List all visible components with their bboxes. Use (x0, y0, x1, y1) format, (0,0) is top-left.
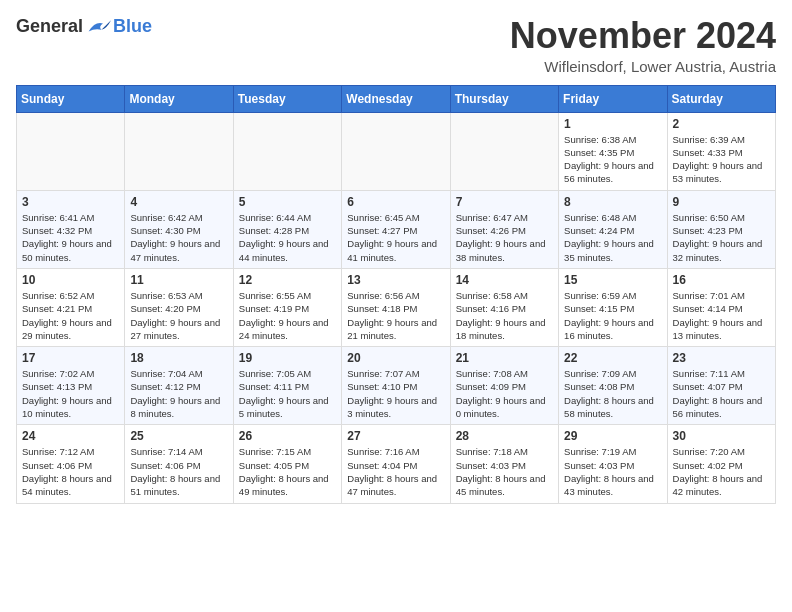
month-title: November 2024 (510, 16, 776, 56)
calendar-cell: 11Sunrise: 6:53 AMSunset: 4:20 PMDayligh… (125, 268, 233, 346)
day-number: 21 (456, 351, 553, 365)
day-number: 12 (239, 273, 336, 287)
calendar-cell: 23Sunrise: 7:11 AMSunset: 4:07 PMDayligh… (667, 347, 775, 425)
day-info: Sunrise: 6:48 AMSunset: 4:24 PMDaylight:… (564, 211, 661, 264)
day-info: Sunrise: 7:20 AMSunset: 4:02 PMDaylight:… (673, 445, 770, 498)
day-info: Sunrise: 6:53 AMSunset: 4:20 PMDaylight:… (130, 289, 227, 342)
calendar-cell: 19Sunrise: 7:05 AMSunset: 4:11 PMDayligh… (233, 347, 341, 425)
calendar-cell (450, 112, 558, 190)
day-info: Sunrise: 6:44 AMSunset: 4:28 PMDaylight:… (239, 211, 336, 264)
day-number: 14 (456, 273, 553, 287)
logo: General Blue (16, 16, 152, 37)
page-header: General Blue November 2024 Wifleinsdorf,… (16, 16, 776, 75)
day-number: 10 (22, 273, 119, 287)
weekday-header-thursday: Thursday (450, 85, 558, 112)
weekday-header-wednesday: Wednesday (342, 85, 450, 112)
calendar-cell: 25Sunrise: 7:14 AMSunset: 4:06 PMDayligh… (125, 425, 233, 503)
day-number: 18 (130, 351, 227, 365)
day-info: Sunrise: 7:07 AMSunset: 4:10 PMDaylight:… (347, 367, 444, 420)
calendar-cell: 1Sunrise: 6:38 AMSunset: 4:35 PMDaylight… (559, 112, 667, 190)
day-number: 27 (347, 429, 444, 443)
day-info: Sunrise: 6:45 AMSunset: 4:27 PMDaylight:… (347, 211, 444, 264)
calendar-cell: 7Sunrise: 6:47 AMSunset: 4:26 PMDaylight… (450, 190, 558, 268)
calendar-cell: 6Sunrise: 6:45 AMSunset: 4:27 PMDaylight… (342, 190, 450, 268)
day-number: 29 (564, 429, 661, 443)
day-info: Sunrise: 7:02 AMSunset: 4:13 PMDaylight:… (22, 367, 119, 420)
calendar-cell: 4Sunrise: 6:42 AMSunset: 4:30 PMDaylight… (125, 190, 233, 268)
day-info: Sunrise: 6:58 AMSunset: 4:16 PMDaylight:… (456, 289, 553, 342)
calendar-cell: 8Sunrise: 6:48 AMSunset: 4:24 PMDaylight… (559, 190, 667, 268)
calendar-cell: 14Sunrise: 6:58 AMSunset: 4:16 PMDayligh… (450, 268, 558, 346)
calendar-cell: 15Sunrise: 6:59 AMSunset: 4:15 PMDayligh… (559, 268, 667, 346)
calendar-cell: 3Sunrise: 6:41 AMSunset: 4:32 PMDaylight… (17, 190, 125, 268)
day-number: 1 (564, 117, 661, 131)
calendar-cell (17, 112, 125, 190)
day-number: 8 (564, 195, 661, 209)
calendar-cell: 28Sunrise: 7:18 AMSunset: 4:03 PMDayligh… (450, 425, 558, 503)
calendar-week-4: 17Sunrise: 7:02 AMSunset: 4:13 PMDayligh… (17, 347, 776, 425)
calendar-table: SundayMondayTuesdayWednesdayThursdayFrid… (16, 85, 776, 504)
day-info: Sunrise: 7:12 AMSunset: 4:06 PMDaylight:… (22, 445, 119, 498)
calendar-cell: 17Sunrise: 7:02 AMSunset: 4:13 PMDayligh… (17, 347, 125, 425)
day-info: Sunrise: 7:18 AMSunset: 4:03 PMDaylight:… (456, 445, 553, 498)
day-info: Sunrise: 7:05 AMSunset: 4:11 PMDaylight:… (239, 367, 336, 420)
logo-blue-text: Blue (113, 16, 152, 37)
day-info: Sunrise: 6:52 AMSunset: 4:21 PMDaylight:… (22, 289, 119, 342)
day-info: Sunrise: 6:41 AMSunset: 4:32 PMDaylight:… (22, 211, 119, 264)
day-info: Sunrise: 6:55 AMSunset: 4:19 PMDaylight:… (239, 289, 336, 342)
day-number: 5 (239, 195, 336, 209)
weekday-header-tuesday: Tuesday (233, 85, 341, 112)
day-number: 13 (347, 273, 444, 287)
weekday-header-monday: Monday (125, 85, 233, 112)
day-info: Sunrise: 7:11 AMSunset: 4:07 PMDaylight:… (673, 367, 770, 420)
day-number: 2 (673, 117, 770, 131)
calendar-cell: 10Sunrise: 6:52 AMSunset: 4:21 PMDayligh… (17, 268, 125, 346)
day-info: Sunrise: 6:42 AMSunset: 4:30 PMDaylight:… (130, 211, 227, 264)
day-info: Sunrise: 7:15 AMSunset: 4:05 PMDaylight:… (239, 445, 336, 498)
weekday-header-saturday: Saturday (667, 85, 775, 112)
calendar-cell: 24Sunrise: 7:12 AMSunset: 4:06 PMDayligh… (17, 425, 125, 503)
day-info: Sunrise: 7:01 AMSunset: 4:14 PMDaylight:… (673, 289, 770, 342)
calendar-cell (233, 112, 341, 190)
day-number: 23 (673, 351, 770, 365)
calendar-week-5: 24Sunrise: 7:12 AMSunset: 4:06 PMDayligh… (17, 425, 776, 503)
calendar-week-1: 1Sunrise: 6:38 AMSunset: 4:35 PMDaylight… (17, 112, 776, 190)
weekday-header-sunday: Sunday (17, 85, 125, 112)
calendar-cell: 21Sunrise: 7:08 AMSunset: 4:09 PMDayligh… (450, 347, 558, 425)
day-info: Sunrise: 6:59 AMSunset: 4:15 PMDaylight:… (564, 289, 661, 342)
day-number: 30 (673, 429, 770, 443)
day-number: 25 (130, 429, 227, 443)
calendar-cell: 16Sunrise: 7:01 AMSunset: 4:14 PMDayligh… (667, 268, 775, 346)
calendar-cell: 9Sunrise: 6:50 AMSunset: 4:23 PMDaylight… (667, 190, 775, 268)
day-info: Sunrise: 7:09 AMSunset: 4:08 PMDaylight:… (564, 367, 661, 420)
day-number: 20 (347, 351, 444, 365)
day-number: 4 (130, 195, 227, 209)
day-number: 22 (564, 351, 661, 365)
day-info: Sunrise: 6:47 AMSunset: 4:26 PMDaylight:… (456, 211, 553, 264)
logo-general-text: General (16, 16, 83, 37)
day-number: 16 (673, 273, 770, 287)
day-number: 6 (347, 195, 444, 209)
day-info: Sunrise: 6:50 AMSunset: 4:23 PMDaylight:… (673, 211, 770, 264)
day-info: Sunrise: 7:16 AMSunset: 4:04 PMDaylight:… (347, 445, 444, 498)
day-number: 7 (456, 195, 553, 209)
day-info: Sunrise: 6:56 AMSunset: 4:18 PMDaylight:… (347, 289, 444, 342)
location-subtitle: Wifleinsdorf, Lower Austria, Austria (510, 58, 776, 75)
calendar-cell: 20Sunrise: 7:07 AMSunset: 4:10 PMDayligh… (342, 347, 450, 425)
day-number: 3 (22, 195, 119, 209)
logo-bird-icon (87, 17, 111, 37)
calendar-week-2: 3Sunrise: 6:41 AMSunset: 4:32 PMDaylight… (17, 190, 776, 268)
day-info: Sunrise: 6:39 AMSunset: 4:33 PMDaylight:… (673, 133, 770, 186)
day-number: 19 (239, 351, 336, 365)
calendar-cell: 22Sunrise: 7:09 AMSunset: 4:08 PMDayligh… (559, 347, 667, 425)
day-number: 17 (22, 351, 119, 365)
day-info: Sunrise: 7:19 AMSunset: 4:03 PMDaylight:… (564, 445, 661, 498)
calendar-cell: 13Sunrise: 6:56 AMSunset: 4:18 PMDayligh… (342, 268, 450, 346)
day-info: Sunrise: 7:14 AMSunset: 4:06 PMDaylight:… (130, 445, 227, 498)
day-info: Sunrise: 7:04 AMSunset: 4:12 PMDaylight:… (130, 367, 227, 420)
calendar-cell: 30Sunrise: 7:20 AMSunset: 4:02 PMDayligh… (667, 425, 775, 503)
calendar-cell: 12Sunrise: 6:55 AMSunset: 4:19 PMDayligh… (233, 268, 341, 346)
day-number: 24 (22, 429, 119, 443)
calendar-cell: 2Sunrise: 6:39 AMSunset: 4:33 PMDaylight… (667, 112, 775, 190)
day-number: 26 (239, 429, 336, 443)
